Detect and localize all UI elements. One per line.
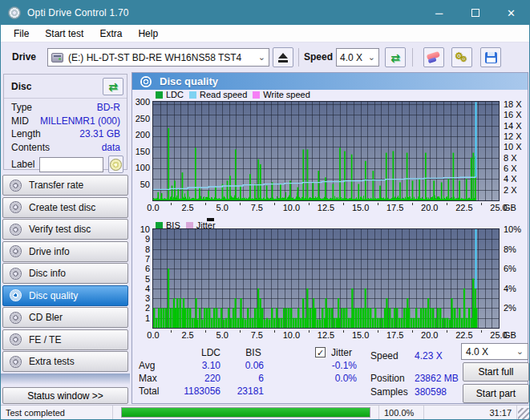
- eject-button[interactable]: [273, 47, 293, 67]
- speed-stat-value: 4.23 X: [415, 350, 443, 361]
- progress-bar: [121, 407, 370, 418]
- axis-minor-tick: [205, 330, 206, 333]
- axis-minor-tick: [412, 330, 413, 333]
- save-button[interactable]: [480, 47, 501, 67]
- disc-panel-title: Disc: [11, 81, 103, 92]
- axis-tick-label: 14 X: [504, 121, 522, 131]
- toolbar: Drive (E:) HL-DT-ST BD-RE WH16NS58 TST4 …: [1, 42, 529, 72]
- sidebar-item-disc-quality[interactable]: Disc quality: [2, 285, 128, 306]
- sidebar-item-label: CD Bler: [29, 312, 63, 323]
- axis-tick-label: 22.5: [453, 203, 475, 212]
- ldc-chart-legend: LDCRead speedWrite speed: [156, 90, 310, 99]
- disc-icon: [10, 224, 22, 236]
- start-full-button[interactable]: Start full: [463, 362, 529, 382]
- disc-row-length: Length23.31 GB: [11, 127, 120, 141]
- axis-tick-label: 5.0: [211, 330, 233, 340]
- eject-icon: [277, 53, 289, 63]
- axis-tick-label: 8: [132, 244, 150, 254]
- menu-item-extra[interactable]: Extra: [91, 26, 130, 42]
- axis-tick-label: 3: [132, 293, 150, 303]
- legend-marker: [207, 218, 214, 221]
- close-button[interactable]: ✕: [493, 1, 529, 25]
- toolbar-separator: [412, 48, 413, 67]
- disc-refresh-button[interactable]: ⇄: [103, 78, 123, 95]
- axis-minor-tick: [205, 203, 206, 205]
- sidebar-item-fe-te[interactable]: FE / TE: [2, 329, 128, 350]
- axis-minor-tick: [481, 203, 482, 205]
- ldc-read-speed-chart: [153, 102, 499, 200]
- legend-swatch: [189, 91, 196, 99]
- stat-jitter-value: 0.0%: [301, 373, 357, 384]
- samples-stat-value: 380598: [415, 386, 447, 398]
- speed-select[interactable]: 4.0 X ⌄: [336, 48, 379, 67]
- minimize-button[interactable]: ─: [421, 1, 457, 25]
- menu-item-help[interactable]: Help: [130, 26, 166, 42]
- sidebar-item-verify-test-disc[interactable]: Verify test disc: [2, 219, 128, 240]
- axis-minor-tick: [171, 330, 172, 333]
- drive-select[interactable]: (E:) HL-DT-ST BD-RE WH16NS58 TST4 ⌄: [47, 48, 269, 67]
- sidebar-item-label: Drive info: [29, 246, 70, 257]
- sidebar-item-disc-info[interactable]: Disc info: [2, 263, 128, 284]
- axis-tick-label: 22.5: [453, 330, 475, 340]
- drive-icon: [51, 53, 63, 63]
- stat-bis-value: 23181: [216, 386, 264, 397]
- stat-ldc-value: 3.10: [164, 360, 220, 371]
- maximize-button[interactable]: [457, 1, 493, 25]
- resize-grip[interactable]: [518, 408, 529, 419]
- ldc-column-header: LDC: [187, 347, 235, 358]
- stat-bis-value: 6: [216, 373, 264, 384]
- status-window-button[interactable]: Status window >>: [2, 387, 128, 404]
- disc-label-button[interactable]: [108, 155, 123, 173]
- disc-row-label: Type: [11, 102, 32, 113]
- position-stat-value: 23862 MB: [415, 373, 459, 384]
- axis-tick-label: 7.5: [245, 330, 268, 340]
- stat-bis-value: 0.06: [216, 360, 264, 371]
- axis-tick-label: 6%: [504, 264, 516, 273]
- axis-tick-label: 12.5: [315, 203, 338, 212]
- legend-item: LDC: [156, 90, 184, 99]
- axis-tick-label: 50: [132, 180, 150, 189]
- legend-swatch: [253, 91, 260, 99]
- erase-disc-button[interactable]: [423, 47, 444, 67]
- axis-minor-tick: [171, 203, 172, 205]
- jitter-checkbox[interactable]: ✓: [315, 347, 326, 357]
- sidebar-item-extra-tests[interactable]: Extra tests: [2, 351, 128, 372]
- sidebar-item-cd-bler[interactable]: CD Bler: [2, 307, 128, 328]
- legend-label: LDC: [166, 90, 184, 99]
- axis-tick-label: 2 X: [504, 185, 517, 195]
- axis-minor-tick: [447, 330, 447, 333]
- axis-minor-tick: [378, 203, 378, 205]
- start-part-button[interactable]: Start part: [463, 384, 529, 403]
- sidebar-item-label: Disc info: [29, 268, 66, 279]
- disc-row-type: TypeBD-R: [11, 101, 120, 115]
- chevron-down-icon: ⌄: [516, 346, 524, 357]
- disc-label-input[interactable]: [39, 157, 103, 172]
- status-bar: Test completed 100.0% 31:17: [1, 405, 529, 419]
- disc-icon: [10, 201, 22, 213]
- axis-tick-label: 5.0: [211, 203, 233, 212]
- axis-tick-label: 7.5: [245, 203, 268, 212]
- axis-minor-tick: [447, 203, 447, 205]
- sidebar-item-label: Extra tests: [29, 356, 75, 367]
- sidebar-item-drive-info[interactable]: Drive info: [2, 241, 128, 262]
- axis-tick-label: 10%: [504, 224, 521, 234]
- disc-icon: [10, 312, 22, 324]
- app-window: Opti Drive Control 1.70 ─ ✕ FileStart te…: [0, 0, 530, 420]
- jitter-column-header: Jitter: [331, 347, 352, 358]
- axis-tick-label: 6: [132, 264, 150, 273]
- axis-tick-label: 16 X: [504, 110, 522, 119]
- disc-icon: [10, 289, 22, 301]
- menu-item-start-test[interactable]: Start test: [37, 26, 91, 42]
- axis-tick-label: 2.5: [176, 203, 199, 212]
- settings-button[interactable]: ⚙⚙: [451, 47, 472, 67]
- app-icon: [8, 6, 21, 19]
- test-speed-select[interactable]: 4.0 X ⌄: [461, 343, 528, 360]
- disc-row-label: MID: [11, 115, 29, 127]
- sidebar-item-transfer-rate[interactable]: Transfer rate: [2, 175, 128, 196]
- toolbar-separator: [298, 48, 299, 67]
- axis-tick-label: 250: [132, 114, 150, 123]
- refresh-button[interactable]: ⇄: [385, 47, 406, 67]
- sidebar-item-create-test-disc[interactable]: Create test disc: [2, 197, 128, 218]
- sidebar-item-label: Transfer rate: [29, 180, 83, 191]
- menu-item-file[interactable]: File: [6, 26, 37, 42]
